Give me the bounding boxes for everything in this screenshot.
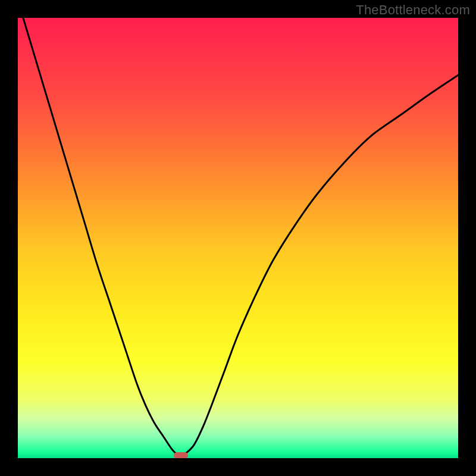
plot-area	[18, 18, 458, 458]
minimum-marker	[174, 452, 188, 458]
bottleneck-curve	[18, 18, 458, 458]
watermark-text: TheBottleneck.com	[356, 2, 470, 18]
